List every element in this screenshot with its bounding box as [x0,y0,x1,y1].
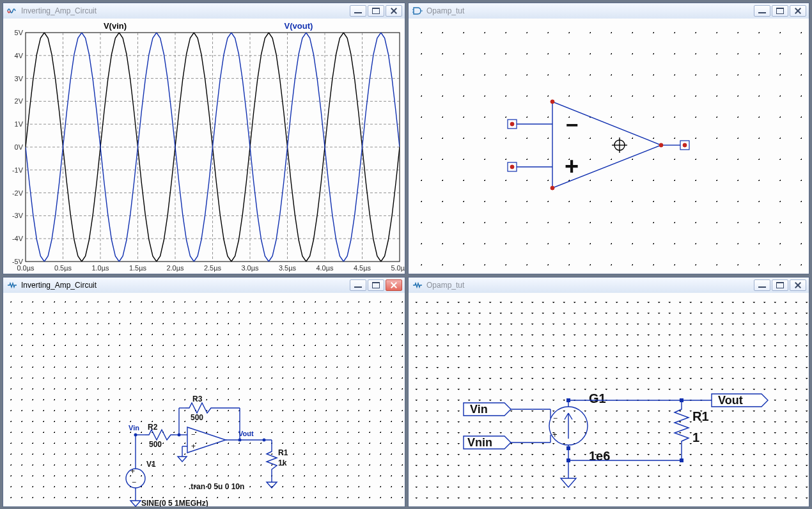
schematic-icon [7,280,17,290]
close-button[interactable] [790,5,806,17]
close-button[interactable] [790,279,806,291]
y-tick-label[interactable]: 4V [15,52,24,59]
x-tick-label[interactable]: 3.5µs [279,264,297,272]
y-tick-label[interactable]: 3V [15,75,24,82]
legend-vin[interactable]: V(vin) [104,21,127,31]
pin-anchor-bot[interactable] [550,186,554,190]
svg-point-31 [510,165,514,169]
plot-area[interactable]: 5V4V3V2V1V0V-1V-2V-3V-4V-5V 0.0µs0.5µs1.… [3,19,405,274]
schematic-title: Inverting_Amp_Circuit [21,281,346,290]
vin-net-label[interactable]: Vin [129,424,139,432]
svg-text:−: − [191,430,195,438]
opamp-instance[interactable]: − + [187,427,226,453]
r3-label[interactable]: R3 [192,395,203,403]
svg-text:Vin: Vin [470,403,488,416]
svg-rect-87 [680,458,683,462]
y-tick-label[interactable]: 2V [15,97,24,105]
svg-marker-44 [130,501,141,506]
workspace: Inverting_Amp_Circuit 5V4V3V2V1V0V-1V-2V… [0,0,812,509]
vnin-port[interactable]: Vnin [464,436,511,449]
svg-text:+: + [552,430,558,439]
x-tick-label[interactable]: 5.0µs [391,264,405,272]
r1-resistor[interactable] [267,449,277,473]
svg-marker-77 [561,478,576,487]
v1-label[interactable]: V1 [146,460,156,469]
x-tick-label[interactable]: 2.5µs [204,264,222,272]
svg-point-61 [263,439,266,442]
r3-resistor[interactable] [185,403,215,413]
symbol-icon [412,6,423,16]
vout-net-label[interactable]: Vout [238,430,254,437]
x-tick-label[interactable]: 1.0µs [91,264,109,272]
g1-label[interactable]: G1 [589,391,606,405]
x-tick-label[interactable]: 4.5µs [354,264,371,272]
y-tick-label[interactable]: 5V [15,29,24,36]
svg-text:+: + [565,153,579,180]
subckt-window[interactable]: Opamp_tut Vin Vnin [408,277,809,507]
svg-text:+: + [191,442,196,451]
minimize-button[interactable] [350,5,366,17]
subckt-canvas[interactable]: Vin Vnin − + G1 [409,293,809,506]
legend-vout[interactable]: V(vout) [285,21,313,31]
x-tick-label[interactable]: 4.0µs [316,264,334,272]
subckt-titlebar[interactable]: Opamp_tut [409,278,809,294]
sine-directive[interactable]: SINE(0 5 1MEGHz) [141,499,208,506]
tran-directive[interactable]: .tran 0 5u 0 10n [189,482,244,491]
x-tick-label[interactable]: 1.5µs [129,264,147,272]
r2-label[interactable]: R2 [148,423,158,432]
g1-value[interactable]: 1e6 [589,449,610,463]
svg-text:+: + [130,467,135,476]
r1-value[interactable]: 1k [278,458,287,467]
r1-sub-label[interactable]: R1 [692,409,709,423]
pin-anchor-out[interactable] [659,143,663,147]
y-tick-label[interactable]: 0V [15,143,24,151]
y-tick-label[interactable]: -3V [12,212,24,219]
pin-plus[interactable] [508,162,517,171]
r2-value[interactable]: 500 [149,440,162,449]
vout-port[interactable]: Vout [712,394,768,407]
minimize-button[interactable] [754,279,770,291]
x-tick-label[interactable]: 3.0µs [241,264,259,272]
maximize-button[interactable] [772,279,788,291]
minimize-button[interactable] [754,5,770,17]
pin-anchor-top[interactable] [550,100,554,104]
symbol-editor-window[interactable]: Opamp_tut [408,3,809,274]
close-button[interactable] [386,279,402,291]
subckt-title: Opamp_tut [426,281,750,290]
y-tick-label[interactable]: -4V [12,235,24,242]
vin-port[interactable]: Vin [464,403,511,416]
x-tick-label[interactable]: 2.0µs [166,264,184,272]
pin-minus[interactable] [508,120,517,129]
schematic-titlebar[interactable]: Inverting_Amp_Circuit [3,278,405,294]
symbol-canvas[interactable]: − + [409,19,809,274]
schematic-window[interactable]: Inverting_Amp_Circuit + − V1 [3,277,405,507]
symbol-titlebar[interactable]: Opamp_tut [409,3,809,19]
plot-window[interactable]: Inverting_Amp_Circuit 5V4V3V2V1V0V-1V-2V… [3,3,405,274]
origin-marker [612,137,627,153]
x-tick-label[interactable]: 0.5µs [54,264,72,272]
maximize-button[interactable] [772,5,788,17]
close-button[interactable] [386,5,402,17]
plot-titlebar[interactable]: Inverting_Amp_Circuit [3,3,405,19]
r1-sub-value[interactable]: 1 [692,430,699,444]
pin-out[interactable] [680,141,689,150]
g1-source[interactable]: − + [549,407,588,445]
r3-value[interactable]: 500 [191,413,203,422]
opamp-symbol[interactable]: − + [409,19,809,274]
maximize-button[interactable] [368,279,384,291]
y-tick-label[interactable]: 1V [15,120,24,128]
svg-marker-54 [178,457,187,462]
schematic-canvas[interactable]: + − V1 SINE(0 5 1MEGHz) Vin R2 [3,293,405,506]
maximize-button[interactable] [368,5,384,17]
r1-sub-resistor[interactable] [675,400,689,460]
schematic-icon [412,280,423,290]
r1-label[interactable]: R1 [278,448,288,457]
x-tick-label[interactable]: 0.0µs [17,264,35,272]
y-tick-label[interactable]: -2V [12,189,24,197]
minimize-button[interactable] [350,279,366,291]
v1-source[interactable]: + − [126,435,145,506]
svg-marker-64 [267,482,277,488]
y-tick-label[interactable]: -1V [12,166,24,174]
minus-sign: − [566,113,579,137]
plus-sign: + [565,153,579,180]
